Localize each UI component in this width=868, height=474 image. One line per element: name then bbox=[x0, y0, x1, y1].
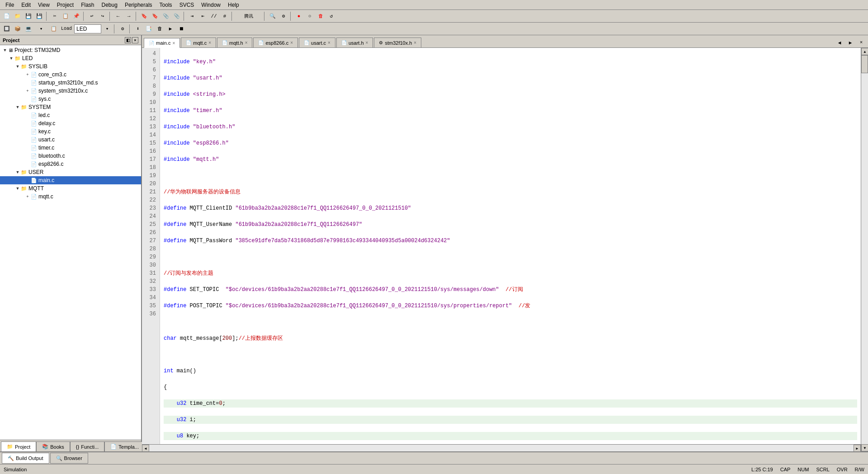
tb-new[interactable]: 📄 bbox=[2, 11, 12, 21]
tree-item-delay[interactable]: 📄 delay.c bbox=[0, 119, 141, 127]
tree-item-led-folder[interactable]: ▼ 📁 LED bbox=[0, 54, 141, 62]
tb-stop[interactable]: ○ bbox=[305, 11, 315, 21]
tree-item-usart[interactable]: 📄 usart.c bbox=[0, 136, 141, 144]
menu-svcs[interactable]: SVCS bbox=[176, 1, 198, 9]
tab-stm32[interactable]: ⚙ stm32f10x.h × bbox=[374, 38, 421, 47]
scrollbar-vertical[interactable]: ▲ ▼ bbox=[861, 48, 868, 451]
tb-indent[interactable]: ⇥ bbox=[187, 11, 197, 21]
bottom-tab-build[interactable]: 🔨 Build Output bbox=[2, 453, 49, 464]
menu-view[interactable]: View bbox=[34, 1, 53, 9]
tree-item-system-folder[interactable]: ▼ 📁 SYSTEM bbox=[0, 103, 141, 111]
menu-window[interactable]: Window bbox=[198, 1, 224, 9]
scroll-v-down[interactable]: ▼ bbox=[861, 444, 868, 451]
tree-item-mqtt-folder[interactable]: ▼ 📁 MQTT bbox=[0, 184, 141, 192]
tb-nav-fwd[interactable]: → bbox=[124, 11, 134, 21]
tab-mqtt-c[interactable]: 📄 mqtt.c × bbox=[181, 38, 216, 47]
target-input[interactable]: LED bbox=[74, 24, 101, 33]
tb-undo[interactable]: ↩ bbox=[87, 11, 97, 21]
tb2-btn4[interactable]: 📋 bbox=[49, 24, 59, 34]
tb2-erase[interactable]: 🗑 bbox=[155, 24, 165, 34]
tb-copy[interactable]: 📋 bbox=[61, 11, 71, 21]
code-content[interactable]: 4 5 6 7 8 9 10 11 12 13 14 15 16 bbox=[142, 48, 861, 444]
tb-paste[interactable]: 📌 bbox=[71, 11, 81, 21]
panel-tab-books[interactable]: 📚Books bbox=[36, 441, 70, 451]
tab-close-all[interactable]: × bbox=[856, 38, 866, 47]
tb-search[interactable]: 🔍 bbox=[268, 11, 278, 21]
tree-item-timer[interactable]: 📄 timer.c bbox=[0, 144, 141, 152]
scroll-h-right[interactable]: ▶ bbox=[854, 445, 861, 451]
tb-record[interactable]: ● bbox=[294, 11, 304, 21]
tab-mqtt-h[interactable]: 📄 mqtt.h × bbox=[217, 38, 252, 47]
tb-outdent[interactable]: ⇤ bbox=[198, 11, 208, 21]
tb2-load[interactable]: Load bbox=[60, 24, 73, 34]
tab-nav-right[interactable]: ▶ bbox=[845, 38, 855, 47]
tb-tencent[interactable]: 腾讯 bbox=[235, 11, 262, 21]
tb-save-all[interactable]: 💾 bbox=[34, 11, 44, 21]
tb-restart[interactable]: ↺ bbox=[326, 11, 336, 21]
menu-project[interactable]: Project bbox=[53, 1, 77, 9]
menu-help[interactable]: Help bbox=[224, 1, 243, 9]
tb-bookmark[interactable]: 🔖 bbox=[139, 11, 149, 21]
tree-item-mqtt-c[interactable]: + 📄 mqtt.c bbox=[0, 192, 141, 201]
scroll-h-track[interactable] bbox=[149, 445, 854, 451]
menu-debug[interactable]: Debug bbox=[98, 1, 121, 9]
tab-usart-c[interactable]: 📄 usart.c × bbox=[299, 38, 335, 47]
menu-edit[interactable]: Edit bbox=[18, 1, 34, 9]
tree-item-syslib[interactable]: ▼ 📁 SYSLIB bbox=[0, 62, 141, 70]
tree-item-bluetooth[interactable]: 📄 bluetooth.c bbox=[0, 152, 141, 160]
panel-tab-functi[interactable]: {}Functi... bbox=[70, 441, 104, 451]
tree-item-sys[interactable]: 📄 sys.c bbox=[0, 95, 141, 103]
tb2-btn3[interactable]: 💻 bbox=[24, 24, 33, 34]
tree-item-user-folder[interactable]: ▼ 📁 USER bbox=[0, 168, 141, 176]
tb-cut[interactable]: ✂ bbox=[50, 11, 60, 21]
tb2-btn2[interactable]: 📦 bbox=[13, 24, 23, 34]
tb-open[interactable]: 📁 bbox=[13, 11, 23, 21]
tb2-build[interactable]: ⚙ bbox=[118, 24, 127, 34]
panel-float-icon[interactable]: ◧ bbox=[125, 37, 131, 43]
scroll-h-left[interactable]: ◀ bbox=[142, 445, 149, 451]
tree-item-project[interactable]: ▼ 🖥 Project: STM32MD bbox=[0, 46, 141, 54]
tb-uncomment[interactable]: # bbox=[220, 11, 230, 21]
tb2-download[interactable]: ⬇ bbox=[133, 24, 143, 34]
tb-bookmark3[interactable]: 📎 bbox=[161, 11, 171, 21]
tree-item-core[interactable]: + 📄 core_cm3.c bbox=[0, 70, 141, 79]
tb-bookmark4[interactable]: 📎 bbox=[172, 11, 182, 21]
menu-tools[interactable]: Tools bbox=[156, 1, 176, 9]
tree-item-main-c[interactable]: 📄 main.c bbox=[0, 176, 141, 184]
tb-comment[interactable]: // bbox=[209, 11, 219, 21]
bottom-tab-browser[interactable]: 🔍 Browser bbox=[50, 453, 88, 464]
tree-item-startup[interactable]: 📄 startup_stm32f10x_md.s bbox=[0, 79, 141, 87]
tb2-run[interactable]: ▶ bbox=[165, 24, 175, 34]
tab-esp8266-c[interactable]: 📄 esp8266.c × bbox=[253, 38, 298, 47]
menu-flash[interactable]: Flash bbox=[77, 1, 98, 9]
tb2-btn1[interactable]: 🔲 bbox=[2, 24, 12, 34]
tree-item-system-c[interactable]: + 📄 system_stm32f10x.c bbox=[0, 87, 141, 95]
tb2-copy2[interactable]: 📑 bbox=[144, 24, 154, 34]
tab-nav-left[interactable]: ◀ bbox=[835, 38, 844, 47]
tb-save[interactable]: 💾 bbox=[24, 11, 33, 21]
editor-section: 📄 main.c × 📄 mqtt.c × 📄 mqtt.h × 📄 esp82… bbox=[142, 35, 868, 451]
tb-bookmark2[interactable]: 🔖 bbox=[150, 11, 160, 21]
tree-item-led-c[interactable]: 📄 led.c bbox=[0, 111, 141, 119]
panel-tab-project[interactable]: 📁Project bbox=[1, 441, 36, 451]
tab-main-c[interactable]: 📄 main.c × bbox=[144, 38, 180, 48]
tb-redo[interactable]: ↪ bbox=[98, 11, 108, 21]
code-lines[interactable]: #include "key.h" #include "usart.h" #inc… bbox=[160, 48, 861, 444]
menu-peripherals[interactable]: Peripherals bbox=[121, 1, 156, 9]
tb-settings[interactable]: ⚙ bbox=[278, 11, 288, 21]
tree-item-esp8266[interactable]: 📄 esp8266.c bbox=[0, 160, 141, 168]
scrollbar-horizontal[interactable]: ◀ ▶ bbox=[142, 444, 861, 451]
target-dropdown[interactable]: ▾ bbox=[102, 24, 112, 34]
tb-nav-back[interactable]: ← bbox=[113, 11, 123, 21]
code-wrapper: 4 5 6 7 8 9 10 11 12 13 14 15 16 bbox=[142, 48, 868, 451]
menu-file[interactable]: File bbox=[2, 1, 18, 9]
tb2-stop[interactable]: ⏹ bbox=[176, 24, 186, 34]
tb2-dropdown[interactable]: ▾ bbox=[34, 24, 48, 34]
scroll-v-up[interactable]: ▲ bbox=[861, 48, 868, 55]
panel-close-icon[interactable]: × bbox=[132, 37, 138, 43]
tab-usart-h[interactable]: 📄 usart.h × bbox=[336, 38, 373, 47]
tb-delete[interactable]: 🗑 bbox=[316, 11, 326, 21]
scroll-v-track[interactable] bbox=[861, 55, 868, 444]
tree-item-key[interactable]: 📄 key.c bbox=[0, 127, 141, 136]
panel-tab-templa[interactable]: 📄Templa... bbox=[104, 441, 145, 451]
